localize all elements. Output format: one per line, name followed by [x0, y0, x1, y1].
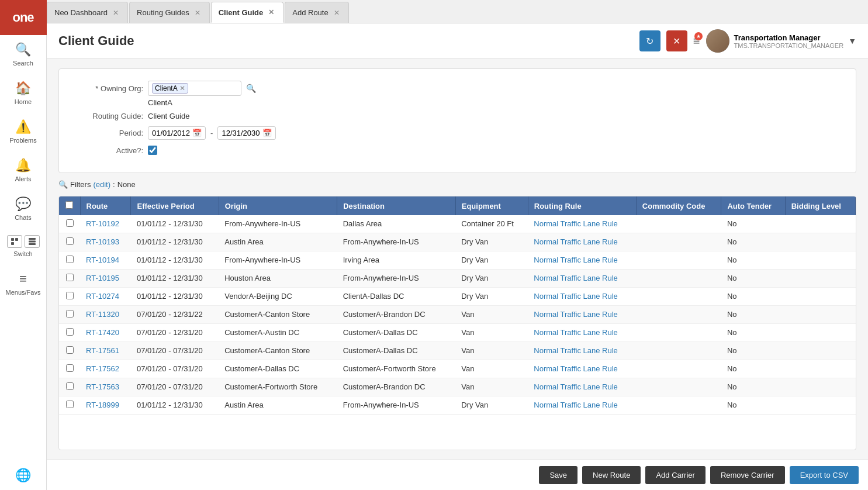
close-button[interactable]: ✕	[666, 30, 687, 51]
period-end-input[interactable]: 12/31/2030 📅	[217, 126, 275, 140]
app-logo[interactable]: one	[0, 0, 47, 35]
route-link[interactable]: RT-10193	[86, 237, 119, 246]
routing-rule-link[interactable]: Normal Traffic Lane Rule	[534, 364, 618, 373]
routing-rule-link[interactable]: Normal Traffic Lane Rule	[534, 382, 618, 391]
route-link[interactable]: RT-18999	[86, 401, 119, 409]
row-effective-period: 07/01/20 - 07/31/20	[131, 342, 219, 360]
routing-rule-link[interactable]: Normal Traffic Lane Rule	[534, 310, 618, 319]
row-commodity-code	[636, 251, 721, 270]
row-bidding-level	[785, 378, 855, 396]
row-checkbox[interactable]	[66, 310, 74, 318]
row-auto-tender: No	[721, 360, 785, 378]
route-link[interactable]: RT-17562	[86, 364, 119, 373]
row-auto-tender: No	[721, 215, 785, 233]
tab-routing-guides-close[interactable]: ✕	[193, 8, 202, 18]
calendar-end-icon[interactable]: 📅	[262, 129, 272, 137]
close-icon: ✕	[673, 36, 680, 47]
row-destination: From-Anywhere-In-US	[337, 270, 456, 288]
row-commodity-code	[636, 270, 721, 288]
tab-neo-dashboard-close[interactable]: ✕	[111, 8, 120, 18]
sidebar-item-search[interactable]: 🔍 Search	[0, 35, 46, 74]
row-origin: VendorA-Beijing DC	[219, 288, 337, 306]
table-scroll[interactable]: Route Effective Period Origin Destinatio…	[59, 196, 856, 415]
table-row: RT-11320 07/01/20 - 12/31/22 CustomerA-C…	[59, 306, 856, 324]
row-commodity-code	[636, 324, 721, 342]
route-link[interactable]: RT-10194	[86, 256, 119, 264]
row-select	[59, 324, 80, 342]
sidebar-item-menus[interactable]: ≡ Menus/Favs	[0, 264, 46, 303]
sidebar-item-home[interactable]: 🏠 Home	[0, 74, 46, 112]
sidebar-item-problems[interactable]: ⚠️ Problems	[0, 112, 46, 151]
calendar-start-icon[interactable]: 📅	[192, 129, 202, 137]
user-dropdown-arrow[interactable]: ▼	[848, 36, 856, 46]
new-route-button[interactable]: New Route	[582, 466, 641, 484]
routing-rule-link[interactable]: Normal Traffic Lane Rule	[534, 219, 618, 228]
row-routing-rule: Normal Traffic Lane Rule	[528, 342, 636, 360]
svg-rect-2	[11, 242, 14, 245]
user-name: Transportation Manager	[734, 33, 844, 42]
tab-client-guide[interactable]: Client Guide ✕	[211, 2, 284, 23]
route-link[interactable]: RT-10195	[86, 274, 119, 282]
row-checkbox[interactable]	[66, 256, 74, 263]
row-checkbox[interactable]	[66, 237, 74, 245]
sidebar-item-alerts-label: Alerts	[15, 175, 31, 182]
row-commodity-code	[636, 378, 721, 396]
routing-rule-link[interactable]: Normal Traffic Lane Rule	[534, 274, 618, 282]
sidebar-item-alerts[interactable]: 🔔 Alerts	[0, 151, 46, 189]
row-select	[59, 360, 80, 378]
refresh-button[interactable]: ↻	[639, 30, 660, 51]
tab-routing-guides[interactable]: Routing Guides ✕	[129, 2, 210, 23]
row-checkbox[interactable]	[66, 328, 74, 336]
svg-rect-1	[15, 238, 18, 241]
row-checkbox[interactable]	[66, 292, 74, 299]
row-route: RT-17420	[80, 324, 131, 342]
select-all-checkbox[interactable]	[65, 201, 73, 209]
tab-neo-dashboard[interactable]: Neo Dashboard ✕	[47, 2, 128, 23]
sidebar-item-chats[interactable]: 💬 Chats	[0, 189, 46, 228]
routing-rule-link[interactable]: Normal Traffic Lane Rule	[534, 346, 618, 355]
row-checkbox[interactable]	[66, 274, 74, 281]
tab-client-guide-close[interactable]: ✕	[267, 8, 276, 17]
row-checkbox[interactable]	[66, 219, 74, 227]
row-select	[59, 306, 80, 324]
active-checkbox[interactable]	[148, 146, 157, 155]
row-bidding-level	[785, 288, 855, 306]
switch-icons	[7, 235, 40, 248]
routing-rule-link[interactable]: Normal Traffic Lane Rule	[534, 292, 618, 301]
row-checkbox[interactable]	[66, 401, 74, 408]
add-carrier-button[interactable]: Add Carrier	[645, 466, 705, 484]
row-checkbox[interactable]	[66, 346, 74, 354]
tab-add-route[interactable]: Add Route ✕	[285, 2, 348, 23]
home-icon: 🏠	[15, 81, 31, 96]
routing-rule-link[interactable]: Normal Traffic Lane Rule	[534, 237, 618, 246]
remove-carrier-button[interactable]: Remove Carrier	[710, 466, 785, 484]
filters-row: 🔍 Filters (edit) : None	[58, 180, 856, 189]
row-effective-period: 07/01/20 - 12/31/22	[131, 306, 219, 324]
tab-routing-guides-label: Routing Guides	[137, 8, 189, 17]
routing-rule-link[interactable]: Normal Traffic Lane Rule	[534, 328, 618, 337]
sidebar-item-globe[interactable]: 🌐	[0, 461, 46, 490]
route-link[interactable]: RT-17563	[86, 382, 119, 391]
owning-org-input[interactable]: ClientA ✕	[148, 81, 241, 96]
save-button[interactable]: Save	[539, 466, 577, 484]
tab-add-route-close[interactable]: ✕	[332, 8, 341, 18]
routing-rule-link[interactable]: Normal Traffic Lane Rule	[534, 256, 618, 264]
routing-rule-link[interactable]: Normal Traffic Lane Rule	[534, 401, 618, 409]
route-link[interactable]: RT-10274	[86, 292, 119, 301]
filters-edit-link[interactable]: (edit)	[93, 180, 110, 189]
export-csv-button[interactable]: Export to CSV	[790, 466, 859, 484]
owning-org-value-row: ClientA	[148, 98, 842, 107]
row-checkbox[interactable]	[66, 382, 74, 390]
route-link[interactable]: RT-17561	[86, 346, 119, 355]
row-route: RT-18999	[80, 396, 131, 415]
row-commodity-code	[636, 215, 721, 233]
sidebar-item-switch[interactable]: Switch	[0, 228, 46, 264]
row-checkbox[interactable]	[66, 364, 74, 372]
table-row: RT-10193 01/01/12 - 12/31/30 Austin Area…	[59, 233, 856, 251]
owning-org-search-icon[interactable]: 🔍	[246, 84, 256, 93]
route-link[interactable]: RT-10192	[86, 219, 119, 228]
route-link[interactable]: RT-11320	[86, 310, 119, 319]
owning-org-tag-remove[interactable]: ✕	[179, 84, 185, 92]
route-link[interactable]: RT-17420	[86, 328, 119, 337]
period-start-input[interactable]: 01/01/2012 📅	[148, 126, 206, 140]
